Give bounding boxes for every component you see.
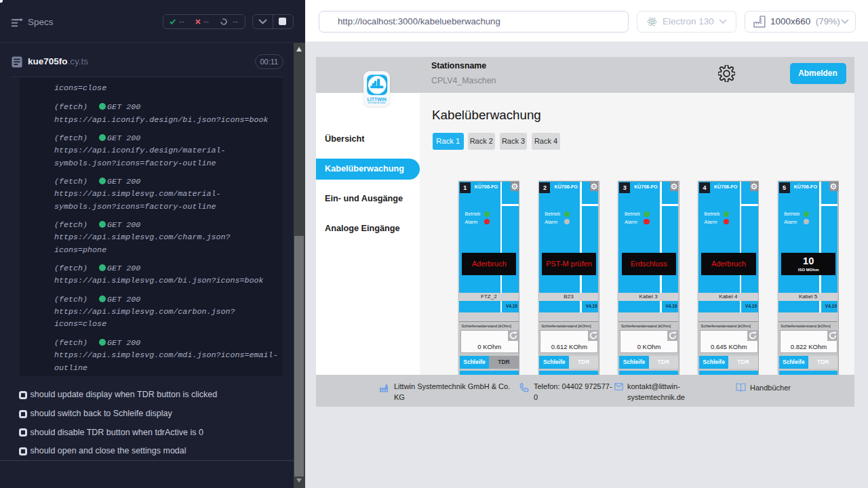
svg-text:SYSTEMTECHNIK: SYSTEMTECHNIK <box>368 102 386 104</box>
svg-text:LITTWIN: LITTWIN <box>367 96 386 101</box>
